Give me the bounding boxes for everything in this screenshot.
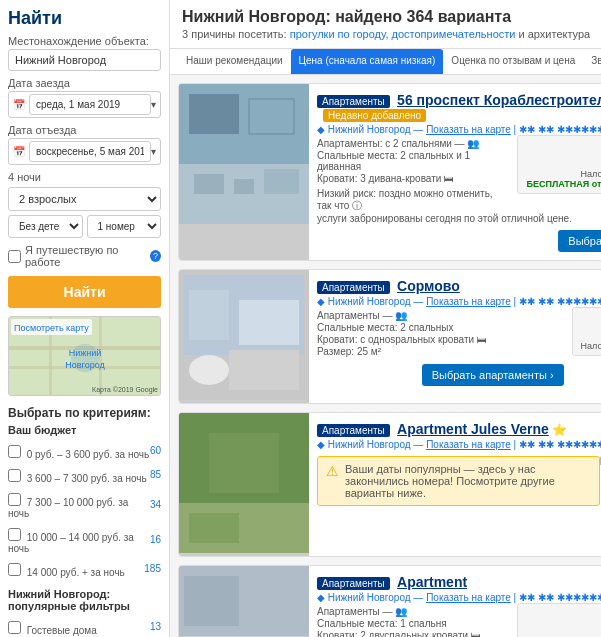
listing-name-2[interactable]: Сормово [397,278,460,294]
listing-img-4 [179,566,309,637]
filter-count-0: 13 [150,621,161,632]
budget-check-4[interactable] [8,563,21,576]
header-top-row: Нижний Новгород: найдено 364 варианта 3 … [182,8,601,40]
help-icon[interactable]: ? [150,250,161,262]
listing-body-3: Апартаменты Apartment Jules Verne ⭐ ◆ Ни… [309,413,601,556]
tab-stars[interactable]: Звезды ▾ [583,49,601,74]
price-inner-1: Цена за 4 ночи 4 706 руб. Налоги и сборы… [517,135,601,194]
subtitle-link[interactable]: прогулки по городу, достопримечательност… [290,28,516,40]
listing-img-svg-2 [179,270,309,400]
calendar-icon: 📅 [13,99,25,110]
budget-section: Ваш бюджет 0 руб. – 3 600 руб. за ночь 6… [8,424,161,580]
listing-badge-4: Апартаменты [317,577,390,590]
checkin-label: Дата заезда [8,77,161,89]
select-btn-2[interactable]: Выбрать апартаменты [422,364,564,386]
page-title: Нижний Новгород: найдено 364 варианта [182,8,590,26]
svg-rect-14 [234,179,254,194]
price-box-1: Цена за 4 ночи 4 706 руб. Налоги и сборы… [509,135,601,198]
location-input[interactable] [8,49,161,71]
listing-card-4: Апартаменты Apartment ◆ Нижний Новгород … [178,565,601,637]
listing-header-2: Апартаменты Сормово [317,278,601,294]
price-inner-2: Цена за 4 ночи 5 200 руб. Налоги и сборы… [572,307,601,356]
listing-name-3[interactable]: Apartment Jules Verne [397,421,549,437]
checkin-date-row: 📅 ▾ [8,91,161,118]
checkin-input[interactable] [29,94,151,115]
budget-row-3: 10 000 – 14 000 руб. за ночь 16 [8,522,161,556]
select-btn-1[interactable]: Выбрать апартаменты [558,230,601,252]
listing-name-1[interactable]: 56 проспект Кораблестроителей [397,92,601,108]
tab-recommendations[interactable]: Наши рекомендации [178,49,291,74]
sidebar: Найти Местонахождение объекта: Дата заез… [0,0,170,637]
listing-location-1[interactable]: ◆ Нижний Новгород — Показать на карте | … [317,124,601,135]
budget-check-1[interactable] [8,469,21,482]
price-amount-1: 4 706 руб. [526,151,601,169]
budget-check-3[interactable] [8,528,21,541]
map-attribution: Карта ©2019 Google [92,386,158,393]
content-header: Нижний Новгород: найдено 364 варианта 3 … [170,0,601,49]
budget-row-1: 3 600 – 7 300 руб. за ночь 85 [8,463,161,486]
listing-body-1: Апартаменты 56 проспект Кораблестроителе… [309,84,601,260]
budget-label-3: 10 000 – 14 000 руб. за ночь [8,528,150,554]
listing-header-4: Апартаменты Apartment [317,574,601,590]
tab-price[interactable]: Цена (сначала самая низкая) [291,49,444,74]
svg-rect-21 [189,290,229,340]
children-select[interactable]: Без детей [8,215,83,238]
budget-label-1: 3 600 – 7 300 руб. за ночь [8,469,150,484]
listing-card-1: Апартаменты 56 проспект Кораблестроителе… [178,83,601,261]
search-button[interactable]: Найти [8,276,161,308]
svg-rect-11 [249,99,294,134]
price-amount-4: 5 980 руб. [526,619,601,637]
budget-count-1: 85 [150,469,161,480]
checkout-input[interactable] [29,141,151,162]
listing-img-3 [179,413,309,556]
tab-bar: Наши рекомендации Цена (сначала самая ни… [170,49,601,75]
budget-count-0: 60 [150,445,161,456]
traveling-alone-checkbox[interactable] [8,250,21,263]
adults-select[interactable]: 2 взрослых [8,187,161,211]
listing-location-2[interactable]: ◆ Нижний Новгород — Показать на карте | … [317,296,601,307]
checkout-label: Дата отъезда [8,124,161,136]
price-label-1: Цена за 4 ночи [526,140,601,151]
nights-label: 4 ночи [8,171,161,183]
tab-rating[interactable]: Оценка по отзывам и цена [443,49,583,74]
price-note-1: Налоги и сборы включены [526,169,601,179]
listing-card-2: Апартаменты Сормово ◆ Нижний Новгород — … [178,269,601,404]
svg-rect-30 [184,576,239,626]
budget-title: Ваш бюджет [8,424,161,436]
header-title-area: Нижний Новгород: найдено 364 варианта 3 … [182,8,590,40]
apt-detail-2-3: Размер: 25 м² [317,346,601,357]
apt-detail-2-2: Кровати: с однospальных кровати 🛏 [317,334,601,345]
budget-count-2: 34 [150,499,161,510]
warning-icon-3: ⚠ [326,463,339,479]
filter-label-0: Гостевые дома [8,621,150,636]
sidebar-title: Найти [8,8,161,29]
listing-name-4[interactable]: Apartment [397,574,467,590]
budget-row-0: 0 руб. – 3 600 руб. за ночь 60 [8,439,161,462]
budget-label-2: 7 300 – 10 000 руб. за ночь [8,493,150,519]
map-preview: Нижний Новгород Посмотреть карту Карта ©… [8,316,161,396]
listing-card-3: Апартаменты Apartment Jules Verne ⭐ ◆ Ни… [178,412,601,557]
listing-header-3: Апартаменты Apartment Jules Verne ⭐ [317,421,601,437]
listing-badge-3: Апартаменты [317,424,390,437]
filter-check-0[interactable] [8,621,21,634]
budget-count-4: 185 [144,563,161,574]
budget-label-0: 0 руб. – 3 600 руб. за ночь [8,445,150,460]
criteria-title: Выбрать по критериям: [8,406,161,420]
listing-location-3[interactable]: ◆ Нижний Новгород — Показать на карте | … [317,439,601,450]
svg-rect-15 [264,169,299,194]
listing-img-1 [179,84,309,260]
rooms-select[interactable]: 1 номер [87,215,162,238]
price-inner-4: Цена за 4 ночи 5 980 руб. Налоги и сборы… [517,603,601,637]
price-label-2: Цена за 4 ночи [581,312,601,323]
listing-body-2: Апартаменты Сормово ◆ Нижний Новгород — … [309,270,601,403]
listing-img-svg-4 [179,566,309,637]
svg-rect-19 [229,350,299,390]
listing-location-4[interactable]: ◆ Нижний Новгород — Показать на карте | … [317,592,601,603]
budget-check-2[interactable] [8,493,21,506]
subtitle-prefix: 3 причины посетить: [182,28,290,40]
svg-rect-31 [249,576,304,626]
svg-rect-26 [209,433,279,493]
map-link[interactable]: Посмотреть карту [11,319,92,335]
checkout-date-row: 📅 ▾ [8,138,161,165]
budget-check-0[interactable] [8,445,21,458]
